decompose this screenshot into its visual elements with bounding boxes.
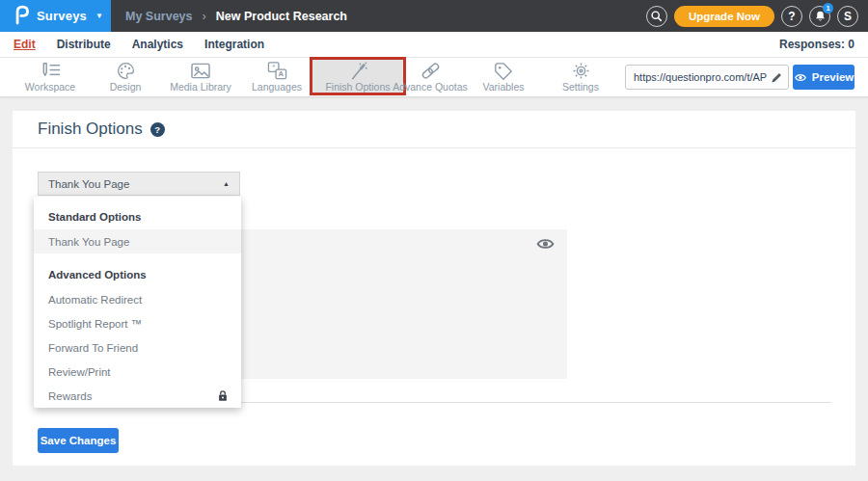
- finish-type-select[interactable]: Thank You Page ▲: [38, 172, 240, 196]
- save-changes-label: Save Changes: [41, 435, 117, 446]
- account-avatar[interactable]: S: [837, 6, 858, 27]
- topbar-actions: Upgrade Now ? 1 S: [646, 0, 858, 32]
- option-label: Automatic Redirect: [48, 294, 142, 306]
- dropdown-option-forward-to-friend[interactable]: Forward To Friend: [34, 335, 241, 360]
- svg-text:A: A: [278, 70, 284, 79]
- eye-icon: [794, 72, 807, 83]
- notification-count-badge: 1: [823, 3, 833, 13]
- help-button[interactable]: ?: [781, 6, 802, 27]
- dropdown-option-review-print[interactable]: Review/Print: [34, 360, 241, 384]
- breadcrumb-my-surveys[interactable]: My Surveys: [125, 10, 192, 23]
- survey-section-tabs: Edit Distribute Analytics Integration Re…: [0, 32, 868, 58]
- toolbar-item-variables[interactable]: Variables: [460, 61, 547, 93]
- chevron-down-icon: ▼: [95, 12, 103, 20]
- product-switcher[interactable]: Surveys ▼: [0, 0, 111, 32]
- preview-button[interactable]: Preview: [793, 65, 854, 90]
- toolbar-item-workspace[interactable]: Workspace: [7, 61, 94, 93]
- questionpro-logo-icon: [13, 3, 30, 30]
- upgrade-now-button[interactable]: Upgrade Now: [674, 6, 774, 27]
- toolbar-item-media-library[interactable]: Media Library: [157, 61, 244, 93]
- breadcrumb-separator-icon: ›: [202, 9, 205, 23]
- option-label: Spotlight Report ™: [48, 318, 142, 330]
- breadcrumb-current-survey: New Product Research: [216, 10, 347, 23]
- caret-up-icon: ▲: [223, 180, 230, 187]
- search-button[interactable]: [646, 6, 667, 27]
- design-icon: [82, 61, 169, 80]
- finish-options-help-icon[interactable]: ?: [150, 122, 165, 137]
- questionpro-survey-editor: Surveys ▼ My Surveys › New Product Resea…: [0, 0, 868, 481]
- toolbar-item-design[interactable]: Design: [82, 61, 169, 93]
- dropdown-group-standard-options: Standard Options: [34, 205, 241, 229]
- dropdown-option-rewards[interactable]: Rewards: [34, 384, 241, 408]
- avatar-initial: S: [844, 10, 852, 23]
- toolbar-item-settings[interactable]: Settings: [537, 61, 624, 93]
- survey-url-input[interactable]: [625, 65, 789, 90]
- dropdown-group-gap: [34, 254, 241, 263]
- top-navigation-bar: Surveys ▼ My Surveys › New Product Resea…: [0, 0, 868, 32]
- tab-analytics[interactable]: Analytics: [132, 38, 183, 51]
- edit-toolbar: Workspace Design: [0, 58, 868, 97]
- option-label: Thank You Page: [48, 236, 129, 248]
- svg-text:*: *: [272, 64, 275, 72]
- option-label: Review/Print: [48, 366, 111, 378]
- finish-type-selected-value: Thank You Page: [48, 178, 129, 190]
- workspace-icon: [7, 61, 94, 80]
- responses-count: Responses: 0: [779, 38, 868, 51]
- lock-icon: [217, 389, 229, 402]
- option-label: Forward To Friend: [48, 342, 138, 354]
- question-mark-icon: ?: [788, 10, 795, 23]
- dropdown-option-spotlight-report[interactable]: Spotlight Report ™: [34, 311, 241, 335]
- title-divider: [13, 147, 855, 148]
- page-title: Finish Options ?: [38, 120, 165, 139]
- page-title-text: Finish Options: [38, 120, 143, 139]
- tab-distribute[interactable]: Distribute: [57, 38, 111, 51]
- save-changes-button[interactable]: Save Changes: [38, 428, 119, 453]
- finish-type-dropdown-menu: Standard Options Thank You Page Advanced…: [34, 197, 241, 408]
- breadcrumb: My Surveys › New Product Research: [125, 0, 347, 32]
- option-label: Rewards: [48, 390, 92, 402]
- product-name: Surveys: [37, 9, 87, 23]
- variables-icon: [460, 61, 547, 80]
- question-mark-glyph: ?: [154, 124, 160, 135]
- toolbar-item-languages[interactable]: * A Languages: [233, 61, 320, 93]
- notifications-button[interactable]: 1: [809, 6, 830, 27]
- tab-edit[interactable]: Edit: [14, 38, 36, 51]
- media-library-icon: [157, 61, 244, 80]
- dropdown-group-advanced-options: Advanced Options: [34, 263, 241, 287]
- dropdown-option-thank-you-page[interactable]: Thank You Page: [34, 229, 241, 254]
- tab-integration[interactable]: Integration: [204, 38, 264, 51]
- survey-url-field: [625, 65, 789, 90]
- settings-icon: [537, 61, 624, 80]
- dropdown-option-automatic-redirect[interactable]: Automatic Redirect: [34, 287, 241, 311]
- search-icon: [650, 10, 663, 22]
- preview-label: Preview: [812, 71, 854, 83]
- languages-icon: * A: [233, 61, 320, 80]
- preview-eye-icon[interactable]: [536, 237, 555, 254]
- edit-url-pencil-icon[interactable]: [771, 70, 783, 88]
